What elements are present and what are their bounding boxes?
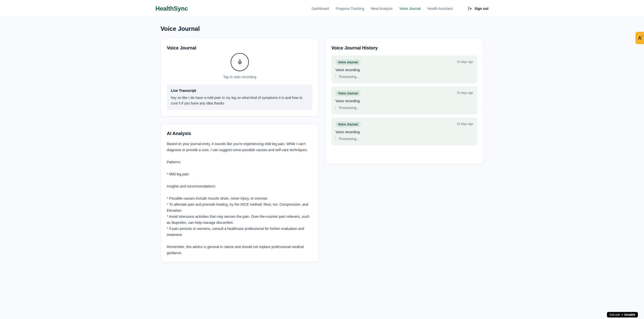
sign-out-label: Sign out — [474, 7, 489, 11]
side-widget-badge[interactable]: Λ — [635, 32, 644, 44]
nav-health-assistant[interactable]: Health Assistant — [427, 7, 453, 11]
lovable-prefix: Edit with — [610, 313, 620, 316]
edit-with-lovable-badge[interactable]: Edit with ♥ lovable ✕ — [607, 312, 638, 317]
live-transcript-text: hey so like I do have a mild pain in my … — [171, 95, 309, 106]
voice-journal-history-card: Voice Journal History Voice Journal 15 d… — [325, 38, 484, 164]
heart-icon: ♥ — [621, 313, 623, 316]
entry-status: Processing... — [335, 105, 473, 110]
log-out-icon — [468, 7, 472, 11]
entry-status: Processing... — [335, 136, 473, 141]
entry-type-badge: Voice Journal — [335, 122, 361, 127]
history-entry[interactable]: Voice Journal 15 days ago Voice recordin… — [331, 56, 477, 83]
history-entry[interactable]: Voice Journal 15 days ago Voice recordin… — [331, 87, 477, 114]
sign-out-button[interactable]: Sign out — [468, 7, 489, 11]
entry-type-badge: Voice Journal — [335, 60, 361, 65]
entry-timestamp: 15 days ago — [457, 122, 473, 126]
record-button[interactable] — [231, 53, 249, 71]
side-widget-icon: Λ — [638, 35, 641, 41]
entry-status: Processing... — [335, 74, 473, 79]
top-navbar: HealthSync Dashboard Progress Tracking M… — [0, 0, 644, 17]
page-title: Voice Journal — [160, 25, 484, 32]
history-entry-list: Voice Journal 15 days ago Voice recordin… — [331, 56, 477, 145]
recorder-card-title: Voice Journal — [167, 44, 313, 51]
ai-analysis-title: AI Analysis — [167, 130, 313, 137]
entry-timestamp: 15 days ago — [457, 91, 473, 95]
nav-meal-analysis[interactable]: Meal Analysis — [371, 7, 393, 11]
entry-timestamp: 15 days ago — [457, 60, 473, 64]
history-entry[interactable]: Voice Journal 15 days ago Voice recordin… — [331, 118, 477, 145]
live-transcript-box: Live Transcript hey so like I do have a … — [167, 85, 313, 110]
record-hint: Tap to start recording — [223, 75, 256, 79]
voice-recorder-card: Voice Journal Tap to start recording — [160, 38, 319, 116]
entry-label: Voice recording — [335, 130, 473, 134]
lovable-brand: lovable — [624, 313, 635, 316]
app-logo[interactable]: HealthSync — [155, 5, 188, 12]
close-icon[interactable]: ✕ — [636, 310, 639, 313]
primary-nav: Dashboard Progress Tracking Meal Analysi… — [312, 7, 489, 11]
nav-dashboard[interactable]: Dashboard — [312, 7, 329, 11]
main-content: Voice Journal Voice Journal — [160, 17, 484, 262]
ai-analysis-card: AI Analysis Based on your journal entry,… — [160, 124, 319, 262]
entry-label: Voice recording — [335, 68, 473, 72]
nav-voice-journal[interactable]: Voice Journal — [399, 7, 421, 11]
live-transcript-title: Live Transcript — [171, 89, 309, 93]
entry-label: Voice recording — [335, 99, 473, 103]
microphone-icon — [237, 60, 243, 65]
nav-progress-tracking[interactable]: Progress Tracking — [336, 7, 364, 11]
entry-type-badge: Voice Journal — [335, 91, 361, 96]
history-card-title: Voice Journal History — [331, 44, 477, 51]
ai-analysis-body: Based on your journal entry, it sounds l… — [167, 141, 313, 256]
